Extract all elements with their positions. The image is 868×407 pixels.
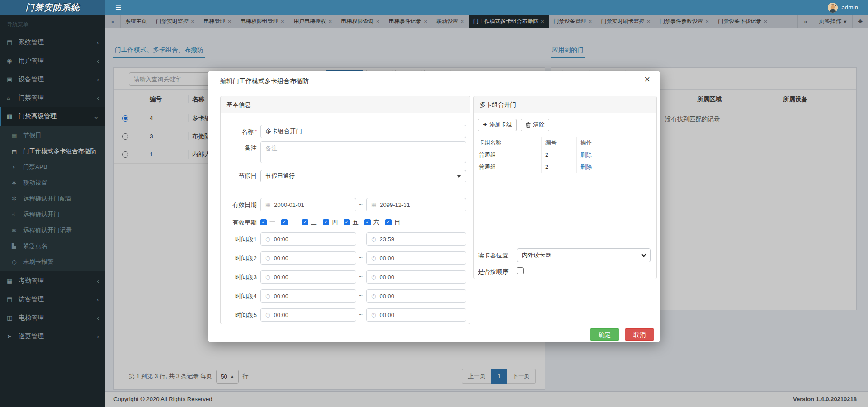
check-icon: ✓ bbox=[324, 220, 328, 225]
time1-to-input[interactable]: ◷23:59 bbox=[366, 232, 466, 246]
in-order-checkbox[interactable] bbox=[517, 267, 524, 274]
range-separator: ~ bbox=[357, 254, 364, 261]
range-separator: ~ bbox=[357, 273, 364, 280]
time1-label: 时间段1 bbox=[221, 235, 257, 243]
clock-icon: ◷ bbox=[265, 236, 270, 242]
delete-link[interactable]: 删除 bbox=[580, 151, 592, 159]
holiday-select[interactable]: 节假日通行 bbox=[260, 170, 466, 182]
app-logo[interactable]: 门禁安防系统 bbox=[0, 0, 105, 15]
time5-from-input[interactable]: ◷00:00 bbox=[260, 308, 356, 322]
weekday-checkbox-checked[interactable]: ✓ bbox=[302, 219, 308, 225]
user-menu[interactable]: admin bbox=[828, 0, 858, 15]
weekday-label: 一 bbox=[269, 218, 275, 226]
select-arrow-icon bbox=[457, 175, 461, 178]
in-order-label: 是否按顺序 bbox=[478, 268, 509, 276]
basic-info-header: 基本信息 bbox=[221, 96, 470, 113]
calendar-icon: ▦ bbox=[265, 201, 270, 208]
weekday-label: 二 bbox=[290, 218, 296, 226]
cardgroup-no: 2 bbox=[541, 149, 576, 161]
time3-from-input[interactable]: ◷00:00 bbox=[260, 270, 356, 284]
delete-link[interactable]: 删除 bbox=[580, 164, 592, 171]
cardgroup-op-header: 操作 bbox=[576, 137, 604, 149]
weekday-label: 五 bbox=[353, 218, 359, 226]
clock-icon: ◷ bbox=[371, 312, 376, 318]
weekday-checkbox-checked[interactable]: ✓ bbox=[281, 219, 288, 225]
cardgroup-no: 2 bbox=[541, 161, 576, 173]
confirm-button[interactable]: 确定 bbox=[590, 328, 619, 341]
cardgroup-table-header: 卡组名称 编号 操作 bbox=[478, 137, 604, 149]
weekday-checkboxes: ✓一 ✓二 ✓三 ✓四 ✓五 ✓六 ✓日 bbox=[260, 218, 400, 226]
cardgroup-row[interactable]: 普通组 2 删除 bbox=[478, 149, 604, 161]
modal-footer: 确定 取消 bbox=[208, 326, 660, 342]
cancel-button[interactable]: 取消 bbox=[625, 328, 654, 341]
time3-to-input[interactable]: ◷00:00 bbox=[366, 270, 466, 284]
name-label: 名称* bbox=[221, 128, 257, 136]
time5-label: 时间段5 bbox=[221, 311, 257, 319]
time4-from-input[interactable]: ◷00:00 bbox=[260, 289, 356, 303]
reader-position-value: 内外读卡器 bbox=[522, 251, 551, 259]
sidebar-toggle-icon[interactable]: ☰ bbox=[111, 0, 126, 15]
clock-icon: ◷ bbox=[371, 236, 376, 242]
clock-icon: ◷ bbox=[265, 312, 270, 318]
clock-icon: ◷ bbox=[265, 293, 270, 299]
date-from-input[interactable]: ▦ 2000-01-01 bbox=[260, 198, 356, 211]
holiday-label: 节假日 bbox=[221, 172, 257, 180]
calendar-icon: ▦ bbox=[371, 201, 376, 208]
top-navbar: 门禁安防系统 ☰ admin bbox=[0, 0, 868, 15]
range-separator: ~ bbox=[357, 311, 364, 318]
basic-info-box: 基本信息 名称* 备注 节假日 节假日通行 有效日期 ▦ 2000-01-01 … bbox=[220, 96, 470, 324]
time3-label: 时间段3 bbox=[221, 273, 257, 281]
weekday-checkbox-checked[interactable]: ✓ bbox=[364, 219, 371, 225]
valid-date-label: 有效日期 bbox=[221, 201, 257, 209]
clock-icon: ◷ bbox=[371, 274, 376, 280]
avatar bbox=[828, 3, 838, 13]
check-icon: ✓ bbox=[387, 220, 390, 225]
add-cardgroup-button[interactable]: ✚ 添加卡组 bbox=[478, 119, 517, 131]
cardgroup-name-header: 卡组名称 bbox=[478, 139, 541, 147]
check-icon: ✓ bbox=[366, 220, 369, 225]
username: admin bbox=[841, 4, 858, 11]
time2-from-input[interactable]: ◷00:00 bbox=[260, 251, 356, 265]
cardgroup-row[interactable]: 普通组 2 删除 bbox=[478, 161, 604, 173]
cardgroup-name: 普通组 bbox=[478, 151, 541, 159]
check-icon: ✓ bbox=[262, 220, 265, 225]
clock-icon: ◷ bbox=[265, 274, 270, 280]
date-from-value: 2000-01-01 bbox=[274, 201, 304, 208]
time4-to-input[interactable]: ◷00:00 bbox=[366, 289, 466, 303]
multicard-header: 多卡组合开门 bbox=[474, 96, 656, 113]
date-to-value: 2099-12-31 bbox=[380, 201, 410, 208]
range-separator: ~ bbox=[357, 292, 364, 299]
clock-icon: ◷ bbox=[265, 255, 270, 261]
time2-to-input[interactable]: ◷00:00 bbox=[366, 251, 466, 265]
cardgroup-name: 普通组 bbox=[478, 164, 541, 171]
weekday-label: 三 bbox=[311, 218, 317, 226]
clear-button[interactable]: 清除 bbox=[521, 119, 549, 131]
clock-icon: ◷ bbox=[371, 255, 376, 261]
edit-workmode-modal: 编辑门工作模式多卡组合布撤防 × 基本信息 名称* 备注 节假日 节假日通行 有… bbox=[208, 71, 660, 342]
weekday-label: 六 bbox=[373, 218, 379, 226]
weekday-checkbox-checked[interactable]: ✓ bbox=[385, 219, 392, 225]
time4-label: 时间段4 bbox=[221, 292, 257, 300]
weekday-checkbox-checked[interactable]: ✓ bbox=[344, 219, 350, 225]
weekday-checkbox-checked[interactable]: ✓ bbox=[260, 219, 267, 225]
name-input[interactable] bbox=[260, 125, 466, 138]
weekday-checkbox-checked[interactable]: ✓ bbox=[323, 219, 329, 225]
remark-textarea[interactable] bbox=[260, 141, 466, 163]
trash-icon bbox=[526, 122, 531, 128]
reader-position-select[interactable]: 内外读卡器 bbox=[517, 248, 651, 262]
date-to-input[interactable]: ▦ 2099-12-31 bbox=[366, 198, 466, 211]
range-separator: ~ bbox=[357, 235, 364, 242]
required-mark: * bbox=[255, 128, 257, 135]
valid-week-label: 有效星期 bbox=[221, 219, 257, 227]
time5-to-input[interactable]: ◷00:00 bbox=[366, 308, 466, 322]
range-separator: ~ bbox=[357, 201, 364, 208]
remark-label: 备注 bbox=[221, 144, 257, 152]
weekday-label: 日 bbox=[394, 218, 400, 226]
modal-close-icon[interactable]: × bbox=[644, 74, 650, 85]
weekday-label: 四 bbox=[332, 218, 338, 226]
multicard-box: 多卡组合开门 ✚ 添加卡组 清除 卡组名称 编号 操作 普通组 2 删 bbox=[473, 96, 657, 279]
check-icon: ✓ bbox=[283, 220, 286, 225]
time1-from-input[interactable]: ◷00:00 bbox=[260, 232, 356, 246]
check-icon: ✓ bbox=[303, 220, 307, 225]
holiday-value: 节假日通行 bbox=[265, 172, 295, 180]
